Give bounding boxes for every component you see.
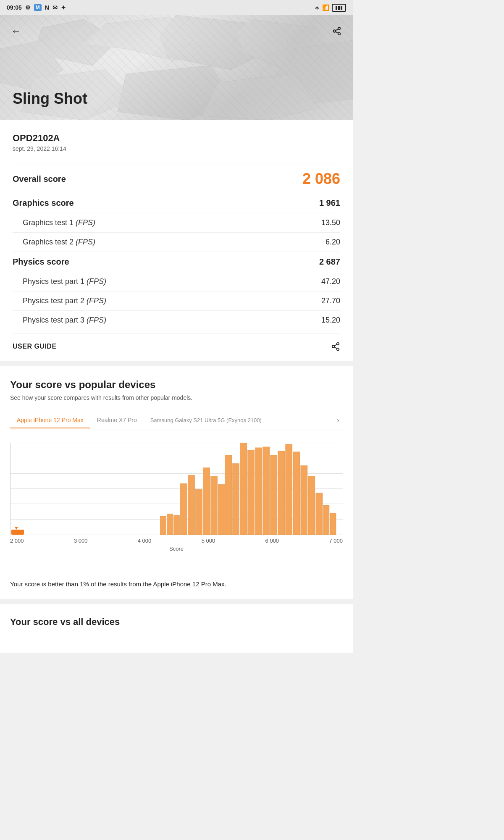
battery-icon: ▮▮▮ [332,4,346,12]
graphics-test1-row: Graphics test 1 (FPS) 13.50 [13,213,340,232]
svg-rect-43 [11,530,24,535]
svg-point-11 [338,33,341,35]
svg-rect-38 [301,465,307,534]
graphics-test1-label: Graphics test 1 (FPS) [23,218,95,227]
x-label-7000: 7 000 [329,538,343,544]
svg-rect-41 [323,505,329,535]
tab-iphone12promax[interactable]: Apple iPhone 12 Pro Max [10,412,90,428]
user-guide-share-icon[interactable] [331,342,340,351]
extra-icon: ✦ [61,4,66,11]
svg-rect-30 [240,443,247,535]
svg-rect-22 [181,483,187,534]
svg-line-12 [336,32,338,33]
histogram-svg [10,443,343,535]
next-section-title: Your score vs all devices [10,617,343,627]
svg-line-18 [334,344,337,346]
x-label-4000: 4 000 [138,538,152,544]
svg-rect-25 [203,467,210,534]
physics-test3-value: 15.20 [321,316,340,325]
tabs-scroll-right[interactable]: › [333,411,343,430]
svg-rect-26 [211,476,218,534]
svg-point-16 [337,348,339,351]
svg-rect-20 [167,514,173,535]
back-button[interactable]: ← [8,24,24,39]
compare-title: Your score vs popular devices [10,379,343,391]
user-guide-row[interactable]: USER GUIDE [13,333,340,351]
next-section: Your score vs all devices [0,604,353,653]
svg-rect-23 [188,475,195,534]
tab-realmex7pro[interactable]: Realme X7 Pro [90,412,144,428]
svg-rect-31 [248,450,255,535]
physics-score-label: Physics score [13,257,69,267]
mail-icon: ✉ [52,4,58,11]
physics-test1-label: Physics test part 1 (FPS) [23,277,106,286]
hero-nav: ← [0,15,353,47]
physics-test1-row: Physics test part 1 (FPS) 47.20 [13,272,340,291]
status-bar: 09:05 ⚙ M N ✉ ✦ ∗ 📶 ▮▮▮ [0,0,353,15]
physics-test1-value: 47.20 [321,277,340,286]
share-icon [332,26,341,36]
app1-icon: M [34,4,42,11]
svg-rect-27 [218,484,225,534]
svg-rect-29 [233,463,239,534]
compare-description: See how your score compares with results… [10,394,343,402]
graphics-test2-label: Graphics test 2 (FPS) [23,238,95,247]
chart-area [10,443,343,535]
tab-samsung-s21[interactable]: Samsung Galaxy S21 Ultra 5G (Exynos 2100… [144,412,268,428]
histogram-chart: 2 000 3 000 4 000 5 000 6 000 7 000 Scor… [10,438,343,573]
physics-test2-label: Physics test part 2 (FPS) [23,297,106,305]
svg-marker-44 [15,527,18,530]
svg-rect-40 [316,493,323,535]
svg-rect-34 [270,455,277,534]
result-card: OPD2102A sept. 29, 2022 16:14 Overall sc… [0,120,353,361]
graphics-score-value: 1 961 [319,198,340,208]
x-axis-title: Score [10,546,343,552]
wifi-icon: 📶 [322,4,329,11]
svg-rect-33 [263,447,270,535]
svg-rect-39 [308,476,315,534]
bluetooth-icon: ∗ [315,4,320,11]
notification-icon: N [45,4,49,11]
svg-point-14 [337,343,339,345]
overall-score-value: 2 086 [302,170,340,188]
svg-rect-24 [196,489,202,535]
back-icon: ← [11,25,21,37]
share-button[interactable] [329,24,344,39]
device-tabs: Apple iPhone 12 Pro Max Realme X7 Pro Sa… [10,411,343,430]
overall-score-label: Overall score [13,174,66,184]
graphics-test2-value: 6.20 [326,238,340,247]
x-label-2000: 2 000 [10,538,24,544]
svg-rect-21 [173,515,179,535]
graphics-test2-row: Graphics test 2 (FPS) 6.20 [13,232,340,252]
physics-test2-row: Physics test part 2 (FPS) 27.70 [13,291,340,310]
compare-section: Your score vs popular devices See how yo… [0,366,353,599]
svg-rect-32 [255,448,262,535]
svg-rect-36 [286,444,292,535]
benchmark-title: Sling Shot [13,90,87,108]
x-axis: 2 000 3 000 4 000 5 000 6 000 7 000 [10,535,343,544]
svg-line-17 [334,347,337,349]
physics-test3-row: Physics test part 3 (FPS) 15.20 [13,310,340,330]
device-date: sept. 29, 2022 16:14 [13,145,340,152]
compare-result-text: Your score is better than 1% of the resu… [10,580,343,589]
device-id: OPD2102A [13,133,340,144]
physics-test2-value: 27.70 [321,297,340,305]
user-guide-label: USER GUIDE [13,343,57,350]
status-right: ∗ 📶 ▮▮▮ [315,4,346,12]
svg-point-10 [333,30,336,32]
graphics-score-row: Graphics score 1 961 [13,193,340,213]
x-label-6000: 6 000 [265,538,279,544]
status-time: 09:05 [7,4,22,11]
graphics-score-label: Graphics score [13,198,74,208]
svg-point-15 [332,345,335,348]
svg-rect-28 [225,455,232,534]
svg-line-13 [336,29,338,31]
physics-test3-label: Physics test part 3 (FPS) [23,316,106,325]
overall-score-row: Overall score 2 086 [13,165,340,193]
x-label-5000: 5 000 [202,538,215,544]
svg-rect-37 [293,452,300,534]
svg-rect-19 [160,516,166,535]
hero-banner: ← Sling Shot [0,15,353,120]
x-label-3000: 3 000 [74,538,88,544]
graphics-test1-value: 13.50 [321,218,340,227]
